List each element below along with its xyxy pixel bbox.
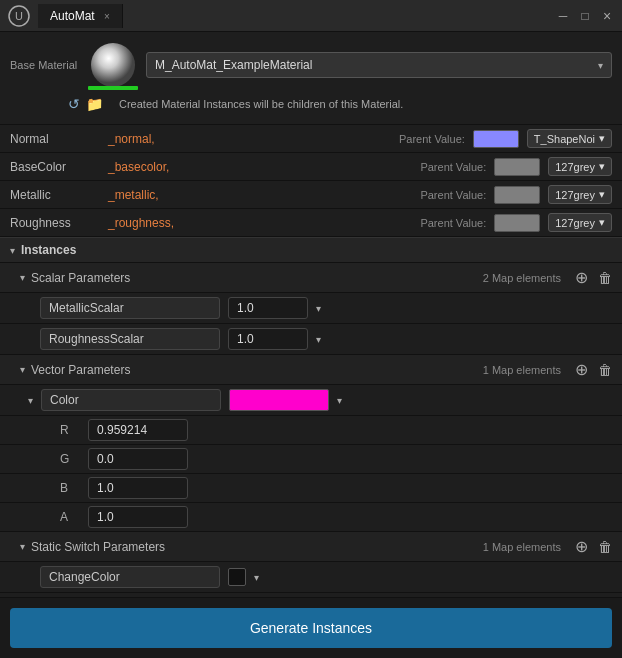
tab-automat[interactable]: AutoMat × [38,4,123,28]
rgba-a-row: A [0,503,622,532]
rgba-b-row: B [0,474,622,503]
static-switch-item-changecolor: ▾ [0,562,622,593]
scalar-params-header: ▾ Scalar Parameters 2 Map elements ⊕ 🗑 [0,263,622,293]
param-basecolor-dropdown[interactable]: 127grey ▾ [548,157,612,176]
tab-bar: AutoMat × [38,4,556,28]
scrollable-area: ▾ Instances ▾ Scalar Parameters 2 Map el… [0,237,622,597]
param-normal-parent-label: Parent Value: [399,133,465,145]
param-normal-dropdown-value: T_ShapeNoi [534,133,595,145]
scalar-item-metallic: ▾ [0,293,622,324]
vector-color-dropdown-icon[interactable]: ▾ [337,395,342,406]
base-material-label: Base Material [10,59,80,71]
scalar-roughness-dropdown-icon[interactable]: ▾ [316,334,321,345]
param-metallic-value: _metallic, [108,188,412,202]
vector-params-header: ▾ Vector Parameters 1 Map elements ⊕ 🗑 [0,355,622,385]
vector-chevron-icon[interactable]: ▾ [20,364,25,375]
param-normal-swatch[interactable] [473,130,519,148]
vector-color-swatch[interactable] [229,389,329,411]
scalar-metallic-value-input[interactable] [228,297,308,319]
window-controls: ─ □ × [556,9,614,23]
param-metallic-dropdown[interactable]: 127grey ▾ [548,185,612,204]
svg-text:U: U [15,10,23,22]
param-roughness-dropdown[interactable]: 127grey ▾ [548,213,612,232]
rgba-r-input[interactable] [88,419,188,441]
material-name: M_AutoMat_ExampleMaterial [155,58,312,72]
base-material-row: Base Material M_AutoMat_ExampleMaterial … [10,40,612,90]
close-button[interactable]: × [600,9,614,23]
sphere-preview [88,40,138,90]
material-description: Created Material Instances will be child… [119,98,612,110]
vector-params-label: Vector Parameters [31,363,477,377]
generate-instances-button[interactable]: Generate Instances [10,608,612,648]
static-switch-count: 1 Map elements [483,541,561,553]
param-metallic-parent-label: Parent Value: [420,189,486,201]
scalar-roughness-value-input[interactable] [228,328,308,350]
vector-color-name-input[interactable] [41,389,221,411]
rgba-a-input[interactable] [88,506,188,528]
param-roughness-row: Roughness _roughness, Parent Value: 127g… [0,209,622,237]
rgba-b-input[interactable] [88,477,188,499]
param-roughness-label: Roughness [10,216,100,230]
static-switch-chevron-icon[interactable]: ▾ [20,541,25,552]
chevron-down-icon: ▾ [599,188,605,201]
svg-rect-3 [88,86,138,90]
static-switch-checkbox[interactable] [228,568,246,586]
vector-delete-icon[interactable]: 🗑 [598,362,612,378]
material-dropdown[interactable]: M_AutoMat_ExampleMaterial ▾ [146,52,612,78]
color-expand-icon[interactable]: ▾ [28,395,33,406]
param-basecolor-parent-label: Parent Value: [420,161,486,173]
param-normal-label: Normal [10,132,100,146]
refresh-icon[interactable]: ↺ [68,96,80,112]
static-switch-label: Static Switch Parameters [31,540,477,554]
rgba-g-input[interactable] [88,448,188,470]
rgba-r-label: R [60,423,80,437]
param-metallic-label: Metallic [10,188,100,202]
rgba-g-row: G [0,445,622,474]
rgba-g-label: G [60,452,80,466]
title-bar: U AutoMat × ─ □ × [0,0,622,32]
generate-btn-container: Generate Instances [0,597,622,658]
param-normal-value: _normal, [108,132,391,146]
chevron-down-icon: ▾ [599,216,605,229]
tab-close-icon[interactable]: × [104,11,110,22]
static-switch-name-input[interactable] [40,566,220,588]
rgba-a-label: A [60,510,80,524]
param-basecolor-label: BaseColor [10,160,100,174]
chevron-down-icon: ▾ [599,132,605,145]
scalar-roughness-name-input[interactable] [40,328,220,350]
chevron-down-icon: ▾ [598,60,603,71]
app-logo: U [8,5,30,27]
param-metallic-swatch[interactable] [494,186,540,204]
instances-chevron-icon[interactable]: ▾ [10,245,15,256]
maximize-button[interactable]: □ [578,9,592,23]
param-basecolor-swatch[interactable] [494,158,540,176]
scalar-metallic-name-input[interactable] [40,297,220,319]
rgba-r-row: R [0,416,622,445]
static-switch-dropdown-icon[interactable]: ▾ [254,572,259,583]
static-switch-delete-icon[interactable]: 🗑 [598,539,612,555]
base-material-section: Base Material M_AutoMat_ExampleMaterial … [0,32,622,125]
scalar-params-count: 2 Map elements [483,272,561,284]
minimize-button[interactable]: ─ [556,9,570,23]
scalar-metallic-dropdown-icon[interactable]: ▾ [316,303,321,314]
vector-add-icon[interactable]: ⊕ [575,360,588,379]
vector-params-count: 1 Map elements [483,364,561,376]
static-switch-add-icon[interactable]: ⊕ [575,537,588,556]
main-content: Base Material M_AutoMat_ExampleMaterial … [0,32,622,658]
param-roughness-dropdown-value: 127grey [555,217,595,229]
vector-color-row: ▾ ▾ [0,385,622,416]
scalar-delete-icon[interactable]: 🗑 [598,270,612,286]
folder-icon[interactable]: 📁 [86,96,103,112]
chevron-down-icon: ▾ [599,160,605,173]
svg-point-2 [91,43,135,87]
param-basecolor-dropdown-value: 127grey [555,161,595,173]
param-normal-dropdown[interactable]: T_ShapeNoi ▾ [527,129,612,148]
static-switch-header: ▾ Static Switch Parameters 1 Map element… [0,532,622,562]
param-normal-row: Normal _normal, Parent Value: T_ShapeNoi… [0,125,622,153]
scalar-add-icon[interactable]: ⊕ [575,268,588,287]
scalar-chevron-icon[interactable]: ▾ [20,272,25,283]
param-metallic-row: Metallic _metallic, Parent Value: 127gre… [0,181,622,209]
rgba-b-label: B [60,481,80,495]
param-roughness-swatch[interactable] [494,214,540,232]
param-metallic-dropdown-value: 127grey [555,189,595,201]
